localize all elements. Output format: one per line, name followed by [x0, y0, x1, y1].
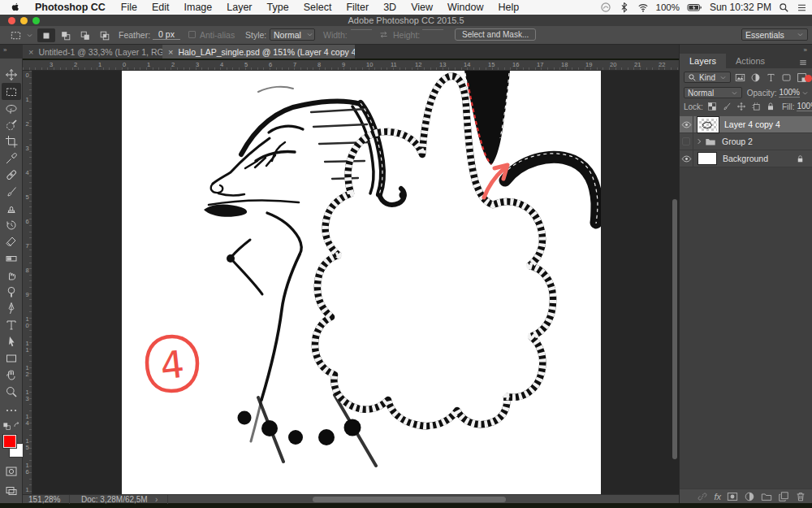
anti-alias-checkbox[interactable] — [188, 31, 196, 38]
layer-style-button[interactable]: fx — [714, 492, 721, 501]
lock-position-button[interactable] — [736, 102, 746, 111]
eyedropper-tool[interactable] — [5, 152, 18, 165]
filter-adjustment-layer-button[interactable] — [750, 72, 761, 83]
new-layer-button[interactable] — [778, 491, 789, 502]
opacity-chevron[interactable] — [801, 89, 809, 97]
foreground-color-swatch[interactable] — [3, 435, 16, 448]
notification-center-menu[interactable] — [797, 2, 807, 13]
visibility-eye-icon[interactable] — [680, 116, 693, 133]
layer-row-group-2[interactable]: Group 2 — [680, 133, 812, 150]
width-input[interactable] — [351, 29, 372, 30]
feather-input[interactable]: 0 px — [153, 29, 180, 40]
lock-artboard-button[interactable] — [751, 102, 761, 111]
menu-type[interactable]: Type — [260, 0, 296, 15]
lock-transparent-pixels-button[interactable] — [707, 102, 717, 111]
pen-tool[interactable] — [5, 302, 18, 315]
add-selection-button[interactable] — [57, 28, 75, 42]
dodge-tool[interactable] — [5, 285, 18, 298]
lasso-tool[interactable] — [5, 102, 18, 115]
menu-image[interactable]: Image — [177, 0, 220, 15]
tab-layers[interactable]: Layers — [680, 54, 726, 68]
edit-toolbar-button[interactable] — [5, 404, 18, 417]
crop-tool[interactable] — [5, 135, 18, 148]
filter-pixel-layer-button[interactable] — [735, 72, 745, 83]
rectangle-tool[interactable] — [5, 352, 18, 365]
layer-row-layer-4-copy-4[interactable]: Layer 4 copy 4 — [680, 116, 812, 133]
document-canvas[interactable]: 4 — [122, 71, 601, 494]
delete-layer-button[interactable] — [795, 491, 806, 502]
subtract-selection-button[interactable] — [76, 28, 94, 42]
height-input[interactable] — [422, 29, 443, 30]
document-tab-halo[interactable]: Halo_LAP_single.psd @ 151% (Layer 4 copy… — [162, 45, 355, 59]
menu-help[interactable]: Help — [491, 0, 527, 15]
close-tab-icon[interactable] — [28, 47, 33, 57]
hand-tool[interactable] — [5, 368, 18, 381]
visibility-toggle-empty[interactable] — [680, 133, 693, 150]
menu-file[interactable]: File — [114, 0, 145, 15]
swap-colors-button[interactable] — [13, 421, 22, 430]
gradient-tool[interactable] — [5, 252, 18, 265]
menu-filter[interactable]: Filter — [339, 0, 376, 15]
new-group-button[interactable] — [761, 491, 772, 502]
close-tab-icon[interactable] — [168, 47, 173, 57]
new-selection-button[interactable] — [37, 28, 55, 42]
default-colors-button[interactable] — [2, 422, 12, 432]
menu-3d[interactable]: 3D — [376, 0, 404, 15]
move-tool[interactable] — [5, 68, 18, 81]
eraser-tool[interactable] — [5, 235, 18, 248]
intersect-selection-button[interactable] — [96, 28, 114, 42]
layer-thumbnail[interactable] — [698, 117, 719, 132]
link-layers-button[interactable] — [697, 491, 708, 502]
opacity-value[interactable]: 100% — [779, 88, 800, 98]
quick-selection-tool[interactable] — [5, 119, 18, 132]
dock-collapse-chevrons[interactable]: » — [804, 46, 808, 54]
vertical-scrollbar[interactable] — [672, 199, 677, 459]
filter-shape-layer-button[interactable] — [781, 72, 792, 83]
panel-menu-icon[interactable] — [798, 58, 808, 67]
spot-healing-brush-tool[interactable] — [5, 168, 18, 181]
menu-bar-clock[interactable]: Sun 10:32 PM — [710, 2, 771, 13]
group-disclosure-chevron[interactable] — [695, 137, 703, 145]
ruler-vertical[interactable]: 01234567891 01 11 21 31 41 51 61 7 — [23, 71, 32, 494]
type-tool[interactable] — [5, 319, 18, 332]
fill-value[interactable]: 100% — [797, 102, 812, 111]
filter-type-layer-button[interactable] — [766, 72, 776, 83]
filter-toggle[interactable] — [805, 75, 812, 82]
document-tab-untitled[interactable]: Untitled-1 @ 33,3% (Layer 1, RGB/8) * — [23, 45, 162, 59]
menu-select[interactable]: Select — [296, 0, 339, 15]
visibility-eye-icon[interactable] — [680, 150, 693, 167]
horizontal-scrollbar[interactable] — [313, 497, 506, 502]
zoom-level-field[interactable]: 151,28% — [28, 495, 60, 504]
swap-arrows-icon[interactable] — [378, 29, 389, 40]
current-tool-dropdown[interactable] — [10, 29, 33, 41]
window-title-bar[interactable]: Adobe Photoshop CC 2015.5 — [0, 15, 812, 26]
menu-photoshop-cc[interactable]: Photoshop CC — [27, 0, 114, 15]
screen-mode-button[interactable] — [5, 484, 18, 497]
zoom-tool[interactable] — [5, 385, 18, 398]
smudge-tool[interactable] — [5, 268, 18, 281]
history-brush-tool[interactable] — [5, 219, 18, 232]
select-and-mask-button[interactable]: Select and Mask... — [455, 28, 536, 41]
battery-status[interactable] — [687, 2, 702, 12]
lock-all-button[interactable] — [766, 102, 775, 111]
lock-image-pixels-button[interactable] — [722, 102, 732, 111]
style-dropdown[interactable]: Normal — [270, 28, 315, 41]
path-selection-tool[interactable] — [5, 335, 18, 348]
layer-row-background[interactable]: Background — [680, 150, 812, 167]
layer-thumbnail[interactable] — [698, 152, 717, 165]
canvas-area[interactable]: 4 — [32, 71, 679, 494]
rectangular-marquee-tool[interactable] — [5, 85, 18, 98]
adjustment-layer-new-button[interactable] — [744, 491, 755, 502]
spotlight-menu[interactable] — [779, 2, 789, 13]
tools-panel-collapse-chevrons[interactable]: » — [3, 46, 7, 54]
ruler-horizontal[interactable]: 321012345678910111213141516171819202122 — [23, 60, 679, 71]
tab-actions[interactable]: Actions — [726, 54, 775, 68]
bluetooth-status[interactable] — [619, 2, 630, 13]
menu-edit[interactable]: Edit — [145, 0, 177, 15]
brush-tool[interactable] — [5, 185, 18, 198]
status-options-chevron[interactable]: › — [155, 495, 158, 504]
quick-mask-button[interactable] — [5, 465, 18, 478]
layer-mask-button[interactable] — [727, 491, 738, 502]
apple-menu[interactable] — [0, 2, 27, 13]
filter-kind-dropdown[interactable]: Kind — [684, 72, 731, 83]
